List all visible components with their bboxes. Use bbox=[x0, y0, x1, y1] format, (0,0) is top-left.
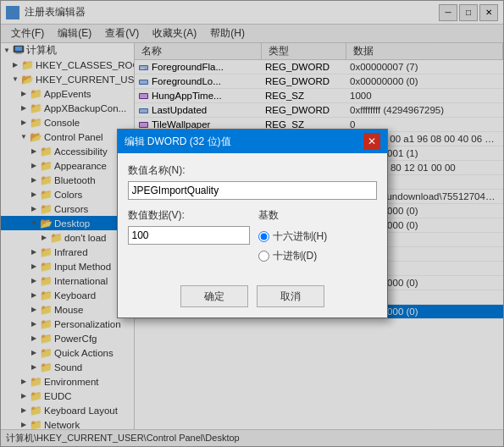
dialog-base-section: 基数 十六进制(H) 十进制(D) bbox=[258, 208, 377, 268]
base-label: 基数 bbox=[258, 208, 377, 223]
radio-hex-item[interactable]: 十六进制(H) bbox=[258, 229, 377, 244]
radio-dec-item[interactable]: 十进制(D) bbox=[258, 249, 377, 263]
data-value-input[interactable] bbox=[128, 226, 250, 245]
name-input[interactable] bbox=[128, 181, 377, 200]
dialog-title: 编辑 DWORD (32 位)值 bbox=[125, 135, 231, 149]
dialog-close-button[interactable]: ✕ bbox=[363, 133, 380, 150]
radio-dec-label: 十进制(D) bbox=[273, 249, 318, 263]
radio-hex[interactable] bbox=[258, 231, 269, 242]
cancel-button[interactable]: 取消 bbox=[257, 285, 324, 307]
name-label: 数值名称(N): bbox=[128, 163, 377, 178]
modal-overlay: 编辑 DWORD (32 位)值 ✕ 数值名称(N): 数值数据(V): 基数 … bbox=[0, 0, 504, 447]
data-label: 数值数据(V): bbox=[128, 208, 250, 223]
dialog-content-row: 数值数据(V): 基数 十六进制(H) 十进制(D) bbox=[128, 208, 377, 268]
dialog-buttons: 确定 取消 bbox=[118, 279, 387, 317]
dialog-titlebar: 编辑 DWORD (32 位)值 ✕ bbox=[118, 130, 387, 153]
edit-dword-dialog: 编辑 DWORD (32 位)值 ✕ 数值名称(N): 数值数据(V): 基数 … bbox=[117, 129, 388, 318]
radio-dec[interactable] bbox=[258, 251, 269, 262]
radio-group: 十六进制(H) 十进制(D) bbox=[258, 229, 377, 263]
radio-hex-label: 十六进制(H) bbox=[273, 229, 328, 244]
dialog-value-section: 数值数据(V): bbox=[128, 208, 250, 268]
ok-button[interactable]: 确定 bbox=[180, 285, 248, 307]
dialog-body: 数值名称(N): 数值数据(V): 基数 十六进制(H) bbox=[118, 153, 387, 279]
